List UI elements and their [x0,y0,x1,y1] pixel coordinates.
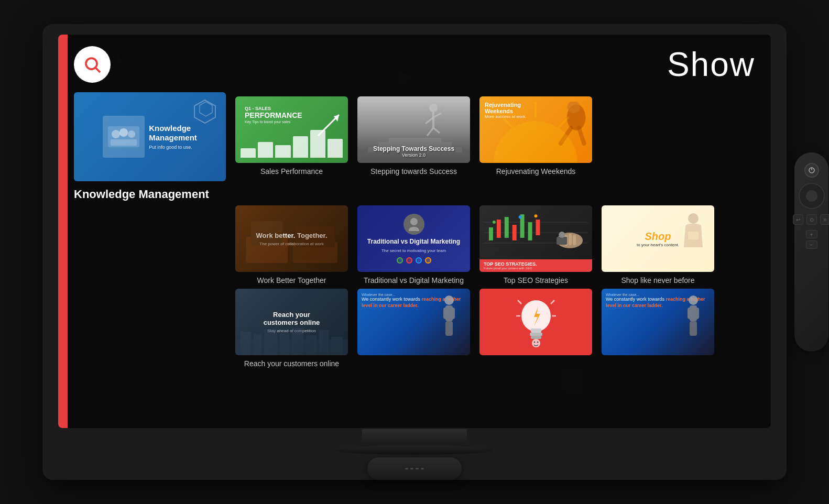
svg-rect-73 [531,336,541,339]
thumbnail-work-image: Work better. Together. The power of coll… [235,205,348,272]
thumbnail-career-1[interactable]: Whatever the case... We constantly work … [357,289,470,368]
remote-control: ↩ ⊙ ≡ + − [794,152,828,352]
app-title: Show [667,45,755,84]
volume-down-btn[interactable]: − [806,240,817,249]
remote-home-btn[interactable]: ⊙ [806,214,817,225]
thumbnail-sales-performance[interactable]: Q1 - SALES PERFORMANCE Key Tips to boost… [235,96,348,201]
svg-line-13 [426,117,433,124]
remote-menu-btn[interactable]: ≡ [820,214,830,225]
svg-rect-85 [694,308,699,319]
thumbnail-trad-image: Traditional vs Digital Marketing The sec… [357,205,470,272]
trad-circle-blue [416,257,422,264]
thumbnail-rejuvenating-weekends[interactable]: Rejuvenating Weekends More success at wo… [479,96,592,201]
svg-point-81 [537,341,538,343]
success-main-title: Stepping Towards Success [373,145,454,152]
svg-rect-50 [573,234,576,245]
svg-rect-60 [292,328,303,355]
svg-rect-40 [512,225,517,240]
set-top-dot-4 [421,468,424,469]
thumbnail-career1-image: Whatever the case... We constantly work … [357,289,470,355]
thumbnail-rejuv-image: Rejuvenating Weekends More success at wo… [479,96,592,163]
svg-rect-57 [254,334,261,355]
thumbnail-traditional-digital[interactable]: Traditional vs Digital Marketing The sec… [357,205,470,284]
trad-circle-red [406,257,412,264]
grid-row-2: Work better. Together. The power of coll… [235,205,755,284]
remote-row-1: ↩ ⊙ ≡ [793,214,830,225]
svg-point-5 [128,130,135,138]
svg-line-76 [551,300,554,304]
thumbnail-career-2[interactable]: Whatever the case... We constantly work … [602,289,714,368]
shop-label: Shop like never before [621,276,694,284]
svg-line-27 [558,117,569,128]
search-icon [83,55,102,74]
trad-person-icon [406,216,422,232]
svg-rect-72 [530,333,542,336]
outer-frame: ✈ ▶ 🎬 ▶ 💡 ✈ 💬 🎯 📊 👥 📈 [0,0,829,504]
seo-chart-svg [484,212,588,254]
svg-rect-59 [280,333,289,355]
svg-rect-71 [531,328,541,333]
svg-rect-39 [505,217,509,238]
power-button[interactable] [804,163,819,178]
thumbnail-innovation[interactable] [479,289,592,368]
success-label: Stepping towards Success [370,167,457,176]
trad-subtitle-text: The secret to motivating your team [381,248,446,253]
thumbnail-top-seo[interactable]: TOP SEO STRATEGIES. Future proof you con… [479,205,592,284]
thumbnail-reach-image: Reach yourcustomers online Stay ahead of… [235,289,348,355]
tv-frame: ✈ ▶ 🎬 ▶ 💡 ✈ 💬 🎯 📊 👥 📈 [42,24,787,480]
svg-point-33 [410,218,418,225]
reach-label: Reach your customers online [244,359,339,368]
thumbnail-reach-customers[interactable]: Reach yourcustomers online Stay ahead of… [235,289,348,368]
set-top-box [367,457,462,480]
career1-person [436,294,462,341]
volume-up-btn[interactable]: + [806,230,817,238]
svg-rect-37 [489,227,493,240]
km-hex-decoration [189,97,221,129]
svg-line-14 [433,113,441,117]
remote-button-group: ↩ ⊙ ≡ [793,214,830,225]
km-label: Knowledge Management [74,188,226,201]
svg-point-25 [494,121,577,163]
svg-point-45 [519,215,522,218]
trad-circle-orange [425,257,431,264]
svg-point-4 [119,128,128,137]
svg-rect-63 [331,337,343,355]
thumbnail-success-image: Stepping Towards Success Version 2.0 [357,96,470,163]
seo-label: Top SEO Strategies [504,276,568,284]
svg-rect-62 [319,330,329,355]
rejuv-label: Rejuvenating Weekends [496,167,576,176]
set-top-dot-1 [405,468,408,469]
thumbnail-knowledge-management[interactable]: KnowledgeManagement Put info good to use… [74,92,226,201]
km-subtitle-text: Put info good to use. [149,145,197,150]
svg-rect-84 [688,308,693,319]
km-placeholder [103,116,145,158]
svg-point-53 [688,213,699,224]
trad-circle-green [397,257,403,264]
svg-rect-56 [241,332,251,355]
svg-point-11 [429,104,438,112]
thumbnail-career2-image: Whatever the case... We constantly work … [602,289,714,355]
set-top-dot-2 [410,468,413,469]
seo-label-text: TOP SEO STRATEGIES. [484,261,588,267]
sales-q1-label: Q1 - SALES [245,106,339,111]
svg-point-44 [493,221,496,224]
svg-rect-42 [528,222,532,240]
svg-rect-43 [536,220,540,235]
svg-rect-66 [443,308,449,319]
dpad[interactable] [799,183,825,209]
career2-person [680,294,706,341]
tv-screen: ✈ ▶ 🎬 ▶ 💡 ✈ 💬 🎯 📊 👥 📈 [58,35,771,428]
thumbnail-work-better[interactable]: Work better. Together. The power of coll… [235,205,348,284]
shop-person [678,211,709,253]
set-top-dot-3 [416,468,419,469]
svg-marker-8 [200,102,212,116]
svg-point-64 [444,295,454,305]
thumbnail-shop[interactable]: Shop to your heart's content. [602,205,714,284]
svg-rect-54 [688,232,699,239]
remote-back-btn[interactable]: ↩ [793,214,803,225]
svg-point-3 [112,130,120,138]
bulb-illustration [515,296,557,348]
trad-avatar [403,214,424,235]
thumbnail-stepping-success[interactable]: Stepping Towards Success Version 2.0 Ste… [357,96,470,201]
search-button[interactable] [74,46,111,83]
